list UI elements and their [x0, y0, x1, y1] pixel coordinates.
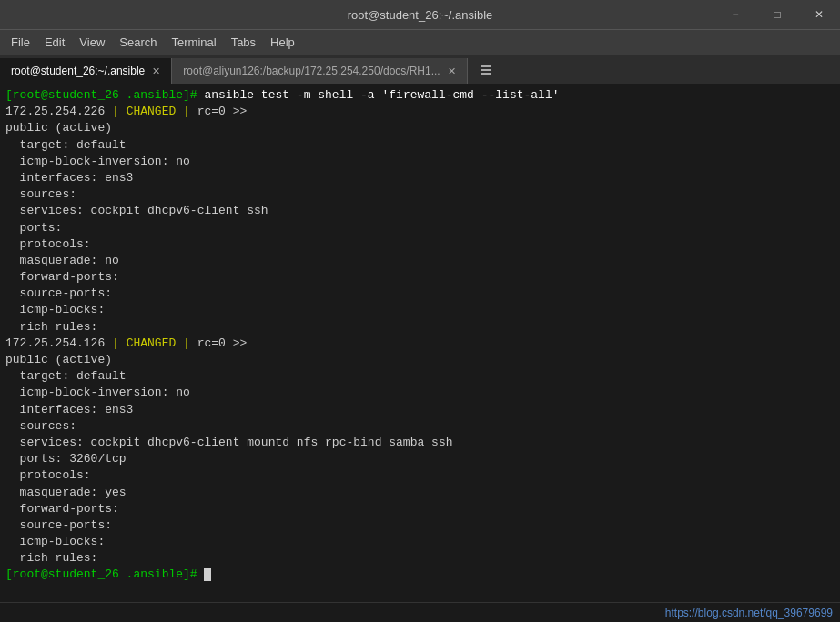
menu-tabs[interactable]: Tabs [224, 34, 263, 51]
terminal-line: source-ports: [5, 517, 835, 534]
menu-file[interactable]: File [4, 34, 37, 51]
terminal-line: sources: [5, 186, 835, 203]
maximize-button[interactable]: □ [756, 0, 798, 29]
terminal-line: protocols: [5, 236, 835, 253]
terminal-line: target: default [5, 368, 835, 385]
terminal-line: icmp-block-inversion: no [5, 385, 835, 401]
status-bar: https://blog.csdn.net/qq_39679699 [0, 602, 840, 622]
terminal-line: rich rules: [5, 550, 835, 567]
terminal-line: icmp-blocks: [5, 534, 835, 550]
terminal-line: ports: 3260/tcp [5, 451, 835, 467]
tab-0-close[interactable]: ✕ [152, 65, 160, 77]
terminal-line: [root@student_26 .ansible]# [5, 567, 835, 583]
terminal-line: sources: [5, 418, 835, 435]
terminal-line: public (active) [5, 120, 835, 136]
terminal-line: icmp-blocks: [5, 302, 835, 318]
terminal-line: rich rules: [5, 319, 835, 336]
tab-0-label: root@student_26:~/.ansible [11, 65, 145, 77]
terminal-line: icmp-block-inversion: no [5, 154, 835, 170]
terminal-line: forward-ports: [5, 501, 835, 517]
terminal-line: 172.25.254.226 | CHANGED | rc=0 >> [5, 104, 835, 120]
terminal-line: protocols: [5, 467, 835, 484]
menu-help[interactable]: Help [263, 34, 302, 51]
window-controls[interactable]: − □ ✕ [714, 0, 840, 29]
terminal-line: 172.25.254.126 | CHANGED | rc=0 >> [5, 336, 835, 352]
menu-terminal[interactable]: Terminal [165, 34, 224, 51]
terminal-line: services: cockpit dhcpv6-client mountd n… [5, 435, 835, 451]
terminal-line: forward-ports: [5, 269, 835, 286]
tab-1-label: root@aliyun126:/backup/172.25.254.250/do… [183, 65, 440, 77]
window-title: root@student_26:~/.ansible [348, 8, 493, 22]
terminal-line: target: default [5, 137, 835, 154]
terminal-line: public (active) [5, 352, 835, 368]
tab-0[interactable]: root@student_26:~/.ansible ✕ [0, 58, 172, 84]
menu-view[interactable]: View [72, 34, 112, 51]
menu-edit[interactable]: Edit [37, 34, 72, 51]
minimize-button[interactable]: − [714, 0, 756, 29]
title-bar: root@student_26:~/.ansible − □ ✕ [0, 0, 840, 29]
close-button[interactable]: ✕ [798, 0, 840, 29]
terminal-line: interfaces: ens3 [5, 170, 835, 186]
tab-bar: root@student_26:~/.ansible ✕ root@aliyun… [0, 55, 840, 84]
tab-1[interactable]: root@aliyun126:/backup/172.25.254.250/do… [172, 58, 467, 84]
terminal-line: masquerade: no [5, 253, 835, 269]
new-tab-button[interactable] [471, 58, 501, 84]
svg-rect-0 [481, 65, 491, 67]
status-link[interactable]: https://blog.csdn.net/qq_39679699 [665, 607, 833, 619]
terminal-line: masquerade: yes [5, 485, 835, 501]
terminal-output: [root@student_26 .ansible]# ansible test… [0, 84, 840, 602]
menu-search[interactable]: Search [112, 34, 164, 51]
svg-rect-1 [481, 69, 491, 71]
menu-bar: File Edit View Search Terminal Tabs Help [0, 29, 840, 55]
terminal-line: interfaces: ens3 [5, 402, 835, 418]
terminal-line: ports: [5, 220, 835, 236]
svg-rect-2 [481, 73, 491, 75]
terminal-line: source-ports: [5, 286, 835, 302]
terminal-line: [root@student_26 .ansible]# ansible test… [5, 87, 835, 104]
tab-1-close[interactable]: ✕ [448, 65, 456, 77]
terminal-line: services: cockpit dhcpv6-client ssh [5, 203, 835, 219]
